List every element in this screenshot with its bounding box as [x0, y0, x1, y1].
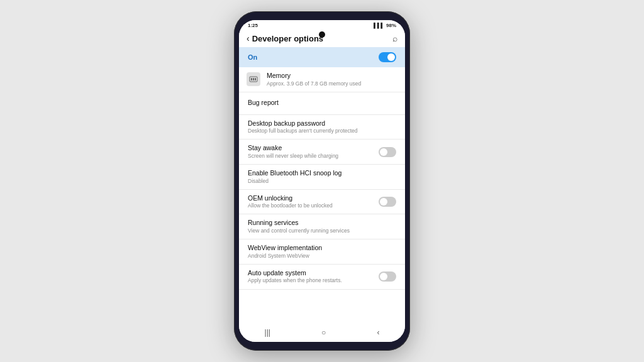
setting-item-running-services[interactable]: Running servicesView and control current…	[239, 214, 405, 239]
setting-title-bug-report: Bug report	[248, 99, 396, 107]
setting-subtitle-oem-unlocking: Allow the bootloader to be unlocked	[248, 202, 372, 209]
svg-rect-1	[251, 78, 252, 80]
setting-subtitle-stay-awake: Screen will never sleep while charging	[248, 153, 372, 160]
setting-text-stay-awake: Stay awakeScreen will never sleep while …	[248, 144, 372, 160]
status-time: 1:25	[248, 23, 258, 28]
setting-title-stay-awake: Stay awake	[248, 144, 372, 153]
setting-text-memory: MemoryApprox. 3.9 GB of 7.8 GB memory us…	[267, 72, 396, 87]
setting-text-running-services: Running servicesView and control current…	[248, 219, 396, 234]
setting-text-auto-update: Auto update systemApply updates when the…	[248, 269, 372, 285]
settings-list: MemoryApprox. 3.9 GB of 7.8 GB memory us…	[239, 67, 405, 324]
battery-icon: 98%	[386, 23, 396, 28]
recents-button[interactable]: |||	[265, 328, 270, 337]
developer-options-toggle-row[interactable]: On	[239, 47, 405, 67]
memory-icon	[247, 72, 260, 86]
back-button[interactable]: ‹	[247, 33, 250, 43]
setting-subtitle-running-services: View and control currently running servi…	[248, 228, 396, 234]
setting-text-bug-report: Bug report	[248, 99, 396, 107]
setting-title-auto-update: Auto update system	[248, 269, 372, 278]
setting-title-desktop-backup: Desktop backup password	[248, 119, 396, 128]
on-label: On	[248, 53, 257, 61]
setting-subtitle-auto-update: Apply updates when the phone restarts.	[248, 277, 372, 284]
setting-item-desktop-backup[interactable]: Desktop backup passwordDesktop full back…	[239, 115, 405, 140]
setting-text-desktop-backup: Desktop backup passwordDesktop full back…	[248, 119, 396, 135]
setting-item-webview[interactable]: WebView implementationAndroid System Web…	[239, 239, 405, 265]
setting-item-stay-awake[interactable]: Stay awakeScreen will never sleep while …	[239, 140, 405, 165]
setting-subtitle-memory: Approx. 3.9 GB of 7.8 GB memory used	[267, 80, 396, 87]
home-button[interactable]: ○	[321, 328, 326, 337]
setting-title-memory: Memory	[267, 72, 396, 80]
setting-item-memory[interactable]: MemoryApprox. 3.9 GB of 7.8 GB memory us…	[239, 67, 405, 92]
nav-bar: ||| ○ ‹	[239, 324, 405, 342]
setting-title-running-services: Running services	[248, 219, 396, 228]
back-nav-button[interactable]: ‹	[377, 328, 379, 337]
setting-text-bluetooth-hci: Enable Bluetooth HCI snoop logDisabled	[248, 169, 396, 185]
setting-item-oem-unlocking[interactable]: OEM unlockingAllow the bootloader to be …	[239, 190, 405, 215]
signal-icon: ▌▌▌	[374, 23, 384, 28]
setting-title-oem-unlocking: OEM unlocking	[248, 194, 372, 203]
page-title: Developer options	[252, 34, 323, 43]
setting-title-bluetooth-hci: Enable Bluetooth HCI snoop log	[248, 169, 396, 178]
toggle-stay-awake[interactable]	[379, 147, 396, 157]
phone-wrapper: 1:25 ▌▌▌ 98% ‹ Developer options ⌕ On	[234, 11, 410, 351]
phone-screen: 1:25 ▌▌▌ 98% ‹ Developer options ⌕ On	[239, 20, 405, 342]
toggle-auto-update[interactable]	[379, 272, 396, 282]
setting-item-bug-report[interactable]: Bug report	[239, 92, 405, 115]
developer-options-toggle[interactable]	[379, 52, 396, 62]
svg-rect-2	[253, 78, 254, 80]
camera-notch	[319, 31, 325, 38]
setting-subtitle-webview: Android System WebView	[248, 253, 396, 260]
setting-text-webview: WebView implementationAndroid System Web…	[248, 244, 396, 260]
toggle-oem-unlocking[interactable]	[379, 197, 396, 207]
status-bar: 1:25 ▌▌▌ 98%	[239, 20, 405, 30]
svg-rect-3	[255, 78, 256, 80]
setting-subtitle-desktop-backup: Desktop full backups aren't currently pr…	[248, 128, 396, 134]
setting-item-auto-update[interactable]: Auto update systemApply updates when the…	[239, 265, 405, 290]
header-left: ‹ Developer options	[247, 33, 323, 43]
setting-title-webview: WebView implementation	[248, 244, 396, 253]
setting-subtitle-bluetooth-hci: Disabled	[248, 178, 396, 185]
setting-item-bluetooth-hci[interactable]: Enable Bluetooth HCI snoop logDisabled	[239, 165, 405, 190]
status-icons: ▌▌▌ 98%	[374, 23, 396, 28]
setting-text-oem-unlocking: OEM unlockingAllow the bootloader to be …	[248, 194, 372, 210]
search-icon[interactable]: ⌕	[392, 33, 397, 43]
